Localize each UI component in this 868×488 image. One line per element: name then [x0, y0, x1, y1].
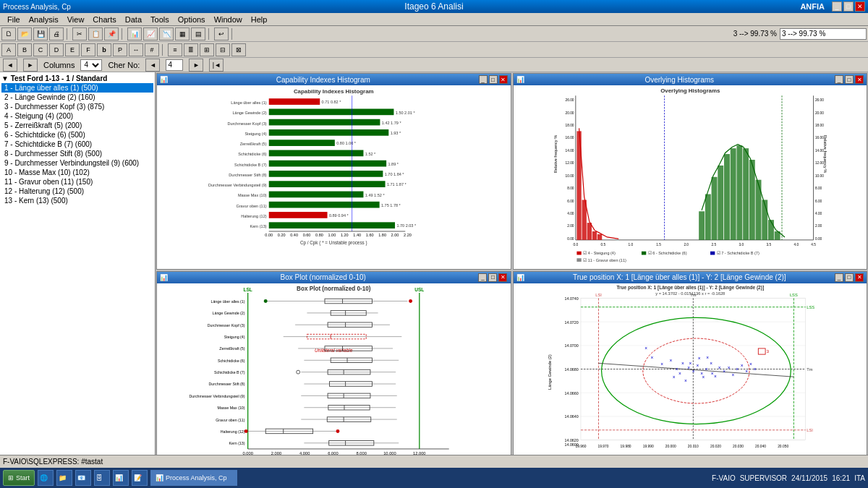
word-button[interactable]: 📝: [132, 470, 148, 486]
percent-input[interactable]: [780, 28, 867, 40]
tb-extra5[interactable]: ⊠: [231, 43, 246, 56]
sidebar-item-2[interactable]: 2 - Länge Gewinde (2) (160): [1, 93, 153, 102]
svg-point-144: [264, 299, 268, 303]
tb-P[interactable]: P: [113, 43, 127, 56]
minimize-button[interactable]: _: [832, 1, 842, 12]
svg-rect-83: [736, 145, 742, 240]
tb-analysis1[interactable]: A: [1, 43, 16, 56]
tb-print[interactable]: 🖨: [49, 27, 64, 40]
sc-maximize[interactable]: □: [845, 273, 854, 282]
sidebar-item-3[interactable]: 3 - Durchmesser Kopf (3) (875): [1, 102, 153, 111]
svg-text:20.010: 20.010: [687, 445, 698, 448]
bp-maximize[interactable]: □: [488, 273, 497, 282]
overlay-titlebar-btns: _ □ ✕: [835, 75, 864, 84]
bp-close[interactable]: ✕: [498, 273, 507, 282]
tb-analysis3[interactable]: C: [33, 43, 48, 56]
tb-analysis4[interactable]: D: [49, 43, 64, 56]
ov-maximize[interactable]: □: [845, 75, 854, 84]
svg-text:Zerreißkraft (5): Zerreißkraft (5): [219, 346, 245, 351]
sidebar-item-13[interactable]: 13 - Kern (13) (500): [1, 196, 153, 205]
tb-arrow[interactable]: ↔: [129, 43, 143, 56]
menu-help[interactable]: Help: [247, 15, 272, 24]
svg-text:8.00: 8.00: [814, 187, 822, 190]
svg-text:Tm: Tm: [807, 367, 812, 372]
tb-chart5[interactable]: ▤: [191, 27, 205, 40]
sidebar-item-5[interactable]: 5 - Zerreißkraft (5) (200): [1, 121, 153, 130]
sidebar-item-6[interactable]: 6 - Schichtdicke (6) (500): [1, 130, 153, 140]
svg-text:0.80: 0.80: [315, 233, 323, 237]
menu-file[interactable]: File: [3, 15, 25, 24]
menu-options[interactable]: Options: [174, 15, 210, 24]
menu-charts[interactable]: Charts: [88, 15, 120, 24]
tb-save[interactable]: 💾: [33, 27, 48, 40]
tb-chart1[interactable]: 📊: [127, 27, 142, 40]
menu-analysis[interactable]: Analysis: [25, 15, 63, 24]
sidebar-item-11[interactable]: 11 - Gravur oben (11) (150): [1, 177, 153, 187]
menu-view[interactable]: View: [63, 15, 89, 24]
tb-extra3[interactable]: ⊞: [200, 43, 214, 56]
svg-text:☑ 7 - Schichtdicke B (7): ☑ 7 - Schichtdicke B (7): [716, 251, 759, 255]
cher-prev[interactable]: ◄: [145, 59, 160, 72]
cap-maximize[interactable]: □: [489, 75, 498, 84]
bp-minimize[interactable]: _: [478, 273, 487, 282]
svg-text:0.89  0.94 *: 0.89 0.94 *: [329, 213, 349, 218]
svg-text:Länge Gewinde (2): Länge Gewinde (2): [548, 354, 552, 390]
sidebar-item-7[interactable]: 7 - Schichtdicke B (7) (600): [1, 140, 153, 149]
svg-rect-80: [718, 166, 723, 240]
outlook-button[interactable]: 📧: [75, 470, 91, 486]
sidebar-item-1[interactable]: 1 - Länge über alles (1) (500): [1, 83, 153, 93]
menu-data[interactable]: Data: [121, 15, 146, 24]
sidebar-item-9[interactable]: 9 - Durchmesser Verbindungsteil (9) (600…: [1, 158, 153, 168]
ov-minimize[interactable]: _: [835, 75, 843, 84]
tb-chart3[interactable]: 📉: [159, 27, 174, 40]
cher-input[interactable]: [166, 59, 183, 71]
tb-extra4[interactable]: ⊟: [216, 43, 230, 56]
tb-extra2[interactable]: ≣: [184, 43, 198, 56]
svg-text:0.60: 0.60: [303, 233, 311, 237]
tb-cut[interactable]: ✂: [72, 27, 87, 40]
nav-next[interactable]: ►: [23, 59, 38, 72]
time-label: 16:21: [832, 474, 850, 482]
tb-analysis2[interactable]: B: [17, 43, 32, 56]
sidebar-item-12[interactable]: 12 - Halterung (12) (500): [1, 187, 153, 196]
cap-minimize[interactable]: _: [479, 75, 488, 84]
columns-select[interactable]: 421: [80, 59, 102, 71]
tb-chart2[interactable]: 📈: [143, 27, 158, 40]
date-label: 24/11/2015: [791, 474, 827, 482]
sc-minimize[interactable]: _: [835, 273, 843, 282]
svg-text:×: ×: [678, 370, 681, 375]
tb-extra1[interactable]: ≡: [168, 43, 182, 56]
svg-text:14.0700: 14.0700: [564, 343, 578, 348]
sc-close[interactable]: ✕: [855, 273, 864, 282]
itageo-taskbar-btn[interactable]: 📊 Process Analysis, Cp: [150, 470, 237, 486]
sidebar-item-4[interactable]: 4 - Steigung (4) (200): [1, 111, 153, 121]
nav-prev[interactable]: ◄: [3, 59, 17, 72]
tb-chart4[interactable]: ▦: [175, 27, 190, 40]
tb-open[interactable]: 📂: [17, 27, 32, 40]
svg-text:0.0: 0.0: [573, 243, 578, 247]
svg-rect-23: [269, 171, 383, 177]
cher-next[interactable]: ►: [189, 59, 203, 72]
explorer-button[interactable]: 📁: [56, 470, 72, 486]
tb-b[interactable]: b: [97, 43, 111, 56]
cher-end[interactable]: |◄: [209, 59, 224, 72]
cap-close[interactable]: ✕: [499, 75, 508, 84]
excel-button[interactable]: 📊: [113, 470, 129, 486]
menu-tools[interactable]: Tools: [146, 15, 174, 24]
tb-paste[interactable]: 📌: [104, 27, 119, 40]
close-button[interactable]: ✕: [855, 1, 865, 12]
sidebar-item-8[interactable]: 8 - Durchmesser Stift (8) (500): [1, 149, 153, 158]
tb-copy[interactable]: 📋: [88, 27, 103, 40]
start-button[interactable]: ⊞ Start: [3, 470, 35, 486]
tb-undo[interactable]: ↩: [214, 27, 229, 40]
tb-analysis5[interactable]: E: [65, 43, 80, 56]
maximize-button[interactable]: □: [843, 1, 854, 12]
tb-analysis6[interactable]: F: [81, 43, 95, 56]
ie-button[interactable]: 🌐: [38, 470, 54, 486]
tb-hash[interactable]: #: [145, 43, 159, 56]
menu-window[interactable]: Window: [210, 15, 247, 24]
sidebar-item-10[interactable]: 10 - Masse Max (10) (102): [1, 168, 153, 177]
ov-close[interactable]: ✕: [855, 75, 864, 84]
access-button[interactable]: 🗄: [94, 470, 110, 486]
tb-new[interactable]: 🗋: [1, 27, 16, 40]
